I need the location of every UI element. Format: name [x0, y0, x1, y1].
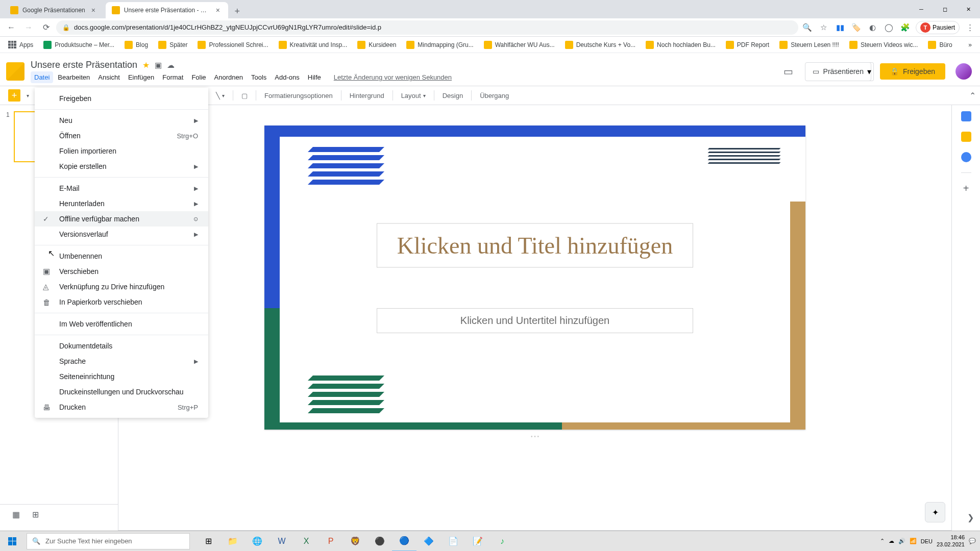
- new-slide-dropdown[interactable]: ▾: [27, 93, 29, 98]
- taskbar-app[interactable]: X: [294, 531, 318, 552]
- forward-button[interactable]: →: [21, 20, 36, 35]
- slides-logo[interactable]: [4, 60, 27, 83]
- extension-icon[interactable]: ◐: [867, 21, 879, 34]
- url-input[interactable]: 🔒 docs.google.com/presentation/d/1je40CL…: [56, 20, 798, 35]
- menu-offline[interactable]: ✓Offline verfügbar machen⊙: [35, 211, 208, 227]
- star-icon[interactable]: ☆: [818, 21, 830, 34]
- extension-icon[interactable]: ▮▮: [834, 21, 846, 34]
- reload-button[interactable]: ⟳: [39, 20, 53, 35]
- menu-download[interactable]: Herunterladen▶: [35, 196, 208, 211]
- menu-page-setup[interactable]: Seiteneinrichtung: [35, 369, 208, 384]
- resize-handle[interactable]: • • •: [531, 434, 539, 439]
- bookmark-item[interactable]: Büro: [924, 39, 956, 51]
- minimize-button[interactable]: ─: [910, 0, 933, 18]
- explore-button[interactable]: ✦: [925, 502, 945, 522]
- collapse-toolbar-button[interactable]: ⌃: [969, 91, 976, 101]
- menu-datei[interactable]: Datei: [31, 71, 53, 83]
- profile-button[interactable]: T Pausiert: [916, 21, 960, 34]
- add-addon-button[interactable]: +: [961, 183, 971, 193]
- bookmark-item[interactable]: Steuern Lesen !!!!: [775, 39, 843, 51]
- menu-share[interactable]: Freigeben: [35, 91, 208, 106]
- menu-add-shortcut[interactable]: ◬Verknüpfung zu Drive hinzufügen: [35, 279, 208, 294]
- format-options-button[interactable]: Formatierungsoptionen: [260, 90, 337, 102]
- taskbar-app[interactable]: 📝: [465, 531, 490, 552]
- menu-print[interactable]: 🖶DruckenStrg+P: [35, 399, 208, 415]
- menu-einfuegen[interactable]: Einfügen: [125, 71, 158, 83]
- menu-bearbeiten[interactable]: Bearbeiten: [54, 71, 93, 83]
- design-button[interactable]: Design: [438, 90, 467, 102]
- canvas-area[interactable]: Klicken und Titel hinzufügen Klicken und…: [118, 105, 951, 551]
- menu-doc-details[interactable]: Dokumentdetails: [35, 338, 208, 354]
- subtitle-placeholder[interactable]: Klicken und Untertitel hinzufügen: [377, 308, 693, 333]
- close-icon[interactable]: ×: [89, 6, 97, 14]
- grid-view-button[interactable]: ⊞: [32, 510, 39, 519]
- slide-canvas[interactable]: Klicken und Titel hinzufügen Klicken und…: [264, 126, 805, 430]
- close-window-button[interactable]: ✕: [957, 0, 980, 18]
- menu-trash[interactable]: 🗑In Papierkorb verschieben: [35, 294, 208, 310]
- menu-hilfe[interactable]: Hilfe: [304, 71, 325, 83]
- browser-tab[interactable]: Google Präsentationen ×: [4, 2, 104, 18]
- bookmark-item[interactable]: Kreativität und Insp...: [275, 39, 352, 51]
- bookmark-item[interactable]: Später: [154, 39, 191, 51]
- menu-publish[interactable]: Im Web veröffentlichen: [35, 316, 208, 332]
- bookmark-item[interactable]: Mindmapping (Gru...: [402, 39, 477, 51]
- menu-format[interactable]: Format: [159, 71, 187, 83]
- new-slide-button[interactable]: +: [4, 87, 24, 104]
- bookmark-item[interactable]: Professionell Schrei...: [193, 39, 272, 51]
- keep-icon[interactable]: [961, 132, 971, 142]
- bookmark-item[interactable]: Steuern Videos wic...: [845, 39, 922, 51]
- bookmark-item[interactable]: Produktsuche – Mer...: [39, 39, 118, 51]
- background-button[interactable]: Hintergrund: [346, 90, 388, 102]
- close-icon[interactable]: ×: [214, 6, 222, 14]
- browser-tab-active[interactable]: Unsere erste Präsentation - Goo... ×: [106, 2, 228, 18]
- present-dropdown[interactable]: ▾: [865, 62, 874, 81]
- title-placeholder[interactable]: Klicken und Titel hinzufügen: [377, 223, 693, 267]
- start-button[interactable]: [0, 531, 24, 552]
- transition-button[interactable]: Übergang: [476, 90, 513, 102]
- tray-clock[interactable]: 18:46 23.02.2021: [937, 534, 965, 547]
- menu-anordnen[interactable]: Anordnen: [211, 71, 247, 83]
- extension-icon[interactable]: ◯: [883, 21, 895, 34]
- taskbar-app-chrome[interactable]: 🔵: [392, 531, 416, 552]
- notifications-button[interactable]: 💬: [969, 538, 976, 544]
- taskbar-app[interactable]: 🌐: [245, 531, 270, 552]
- taskbar-app[interactable]: ♪: [490, 531, 514, 552]
- bookmark-item[interactable]: Blog: [120, 39, 152, 51]
- line-tool[interactable]: ╲ ▾: [212, 90, 229, 102]
- side-panel-toggle[interactable]: ❯: [967, 513, 974, 522]
- menu-new[interactable]: Neu▶: [35, 113, 208, 128]
- back-button[interactable]: ←: [4, 20, 18, 35]
- maximize-button[interactable]: ◻: [933, 0, 957, 18]
- menu-folie[interactable]: Folie: [188, 71, 209, 83]
- present-button[interactable]: ▭ Präsentieren: [805, 62, 871, 81]
- tray-chevron[interactable]: ⌃: [880, 538, 885, 544]
- menu-button[interactable]: ⋮: [964, 21, 976, 34]
- bookmark-item[interactable]: PDF Report: [722, 39, 773, 51]
- star-icon[interactable]: ★: [142, 60, 150, 70]
- taskbar-app[interactable]: 📁: [220, 531, 245, 552]
- zoom-icon[interactable]: 🔍: [801, 21, 814, 34]
- move-icon[interactable]: ▣: [155, 61, 162, 70]
- taskbar-search[interactable]: 🔍 Zur Suche Text hier eingeben: [27, 533, 190, 549]
- tray-language[interactable]: DEU: [921, 538, 933, 544]
- comments-button[interactable]: ▭: [778, 61, 799, 82]
- new-tab-button[interactable]: +: [230, 4, 244, 18]
- bookmarks-overflow[interactable]: »: [964, 39, 976, 51]
- account-avatar[interactable]: [955, 63, 972, 80]
- apps-button[interactable]: Apps: [4, 39, 37, 51]
- menu-tools[interactable]: Tools: [248, 71, 270, 83]
- last-edit-link[interactable]: Letzte Änderung vor wenigen Sekunden: [334, 73, 452, 81]
- menu-import-slides[interactable]: Folien importieren: [35, 143, 208, 159]
- taskbar-app[interactable]: 🦁: [343, 531, 368, 552]
- bookmark-item[interactable]: Deutsche Kurs + Vo...: [561, 39, 640, 51]
- calendar-icon[interactable]: [961, 111, 971, 121]
- menu-language[interactable]: Sprache▶: [35, 354, 208, 369]
- textbox-tool[interactable]: ▢: [237, 90, 252, 102]
- bookmark-item[interactable]: Wahlfächer WU Aus...: [480, 39, 559, 51]
- taskbar-app[interactable]: P: [318, 531, 343, 552]
- share-button[interactable]: 🔒 Freigeben: [880, 63, 945, 80]
- extensions-button[interactable]: 🧩: [899, 21, 912, 34]
- filmstrip-view-button[interactable]: ▦: [12, 510, 20, 519]
- taskbar-app[interactable]: 🔷: [416, 531, 441, 552]
- menu-addons[interactable]: Add-ons: [271, 71, 303, 83]
